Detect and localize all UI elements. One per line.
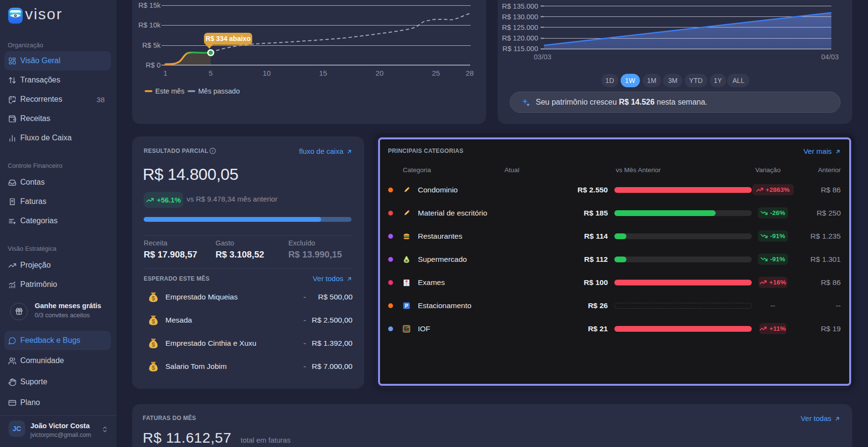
svg-text:$: $ [152, 295, 155, 302]
svg-text:P: P [405, 303, 408, 308]
svg-text:$: $ [152, 318, 155, 325]
svg-text:$: $ [152, 365, 155, 371]
svg-text:$: $ [152, 341, 155, 348]
